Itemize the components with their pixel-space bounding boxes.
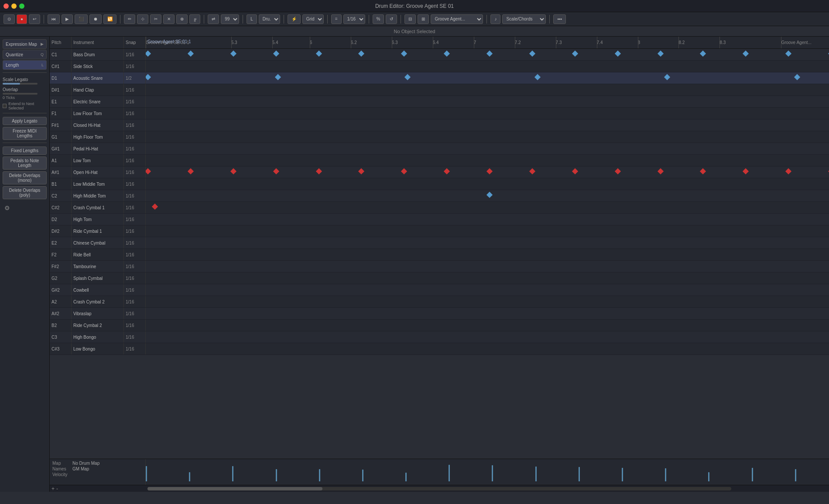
toolbar-drum-select[interactable]: Dru. [259, 14, 280, 24]
notes-area[interactable] [146, 190, 829, 201]
gear-icon[interactable]: ⚙ [3, 204, 11, 212]
quantize-section[interactable]: Quantize Q [3, 50, 47, 59]
toolbar-chord-select[interactable]: Scale/Chords [502, 14, 546, 24]
extend-checkbox[interactable] [3, 104, 7, 108]
toolbar-rewind[interactable]: ⏮ [48, 14, 60, 24]
notes-area[interactable] [146, 131, 829, 143]
note-diamond[interactable] [146, 168, 151, 174]
toolbar-equal[interactable]: = [331, 14, 342, 24]
toolbar-cols[interactable]: ⊟ [404, 14, 416, 24]
notes-area[interactable] [146, 155, 829, 166]
notes-area[interactable] [146, 96, 829, 107]
toolbar-icon-3[interactable]: ↩ [29, 14, 40, 24]
scroll-plus[interactable]: + [51, 486, 55, 492]
note-diamond[interactable] [230, 168, 236, 174]
notes-area[interactable] [146, 84, 829, 95]
note-diamond[interactable] [615, 168, 621, 174]
note-diamond[interactable] [444, 51, 450, 57]
horizontal-scrollbar[interactable] [147, 487, 731, 490]
overlap-slider[interactable] [3, 93, 47, 95]
maximize-button[interactable] [19, 3, 24, 9]
note-diamond[interactable] [700, 168, 706, 174]
notes-area[interactable] [146, 261, 829, 272]
note-diamond[interactable] [230, 51, 236, 57]
notes-area[interactable] [146, 143, 829, 154]
fixed-lengths-button[interactable]: Fixed Lengths [3, 146, 47, 155]
note-diamond[interactable] [664, 74, 670, 80]
toolbar-bars[interactable]: ▪▪▪ [553, 14, 566, 24]
note-diamond[interactable] [657, 168, 663, 174]
notes-area[interactable] [146, 72, 829, 84]
notes-area[interactable] [146, 331, 829, 343]
toolbar-plugin-select[interactable]: Groove Agent... [431, 14, 483, 24]
freeze-midi-button[interactable]: Freeze MIDI Lengths [3, 127, 47, 140]
note-diamond[interactable] [401, 51, 407, 57]
toolbar-icon-2[interactable]: ● [17, 14, 27, 24]
notes-area[interactable] [146, 249, 829, 260]
note-diamond[interactable] [785, 168, 791, 174]
rows-container[interactable]: C1Bass Drum1/16C#1Side Stick1/16D1Acoust… [50, 49, 829, 459]
scroll-minus[interactable]: - [56, 486, 58, 492]
toolbar-select[interactable]: ⊹ [137, 14, 148, 24]
toolbar-refresh[interactable]: ↺ [386, 14, 397, 24]
note-diamond[interactable] [188, 51, 194, 57]
note-diamond[interactable] [315, 168, 322, 174]
notes-area[interactable] [146, 202, 829, 213]
note-diamond[interactable] [529, 168, 535, 174]
note-diamond[interactable] [444, 168, 450, 174]
delete-overlaps-poly-button[interactable]: Delete Overlaps (poly) [3, 186, 47, 199]
notes-area[interactable] [146, 272, 829, 284]
note-diamond[interactable] [486, 192, 493, 198]
note-diamond[interactable] [572, 168, 578, 174]
note-diamond[interactable] [401, 168, 407, 174]
notes-area[interactable] [146, 214, 829, 225]
toolbar-scissors[interactable]: ✕ [163, 14, 175, 24]
notes-area[interactable] [146, 320, 829, 331]
note-diamond[interactable] [274, 74, 281, 80]
note-diamond[interactable] [743, 168, 749, 174]
notes-area[interactable] [146, 284, 829, 296]
toolbar-tempo-select[interactable]: 99 [221, 14, 239, 24]
notes-area[interactable] [146, 119, 829, 131]
length-section[interactable]: Length L [3, 60, 47, 70]
toolbar-grid-icon[interactable]: ⚡ [288, 14, 301, 24]
notes-area[interactable] [146, 343, 829, 354]
note-diamond[interactable] [273, 168, 279, 174]
toolbar-scale-icon[interactable]: ♪ [490, 14, 500, 24]
notes-area[interactable] [146, 167, 829, 178]
note-diamond[interactable] [743, 51, 749, 57]
toolbar-quantize-select[interactable]: 1/16 [343, 14, 365, 24]
apply-legato-button[interactable]: Apply Legato [3, 117, 47, 125]
toolbar-rows[interactable]: ⊞ [418, 14, 429, 24]
toolbar-loop[interactable]: 🔁 [103, 14, 116, 24]
note-diamond[interactable] [785, 51, 791, 57]
toolbar-midi[interactable]: ⇌ [208, 14, 219, 24]
toolbar-percent[interactable]: % [373, 14, 384, 24]
note-diamond[interactable] [700, 51, 706, 57]
note-diamond[interactable] [794, 74, 800, 80]
toolbar-icon-1[interactable]: ⊙ [3, 14, 15, 24]
notes-area[interactable] [146, 237, 829, 249]
notes-area[interactable] [146, 49, 829, 60]
toolbar-stop[interactable]: ⬛ [75, 14, 88, 24]
scale-legato-slider[interactable] [3, 83, 47, 85]
note-diamond[interactable] [486, 51, 493, 57]
note-diamond[interactable] [188, 168, 194, 174]
toolbar-glue[interactable]: ╔ [189, 14, 200, 24]
toolbar-eraser[interactable]: ✂ [150, 14, 161, 24]
note-diamond[interactable] [572, 51, 578, 57]
expression-map-section[interactable]: Expression Map ▶ [3, 39, 47, 49]
toolbar-pencil[interactable]: ✏ [124, 14, 135, 24]
note-diamond[interactable] [152, 204, 158, 210]
note-diamond[interactable] [404, 74, 411, 80]
close-button[interactable] [3, 3, 9, 9]
toolbar-play[interactable]: ▶ [62, 14, 73, 24]
note-diamond[interactable] [486, 168, 493, 174]
toolbar-L[interactable]: L [247, 14, 257, 24]
note-diamond[interactable] [146, 51, 151, 57]
delete-overlaps-mono-button[interactable]: Delete Overlaps (mono) [3, 171, 47, 184]
notes-area[interactable] [146, 178, 829, 190]
note-diamond[interactable] [358, 168, 364, 174]
note-diamond[interactable] [534, 74, 541, 80]
note-diamond[interactable] [657, 51, 663, 57]
